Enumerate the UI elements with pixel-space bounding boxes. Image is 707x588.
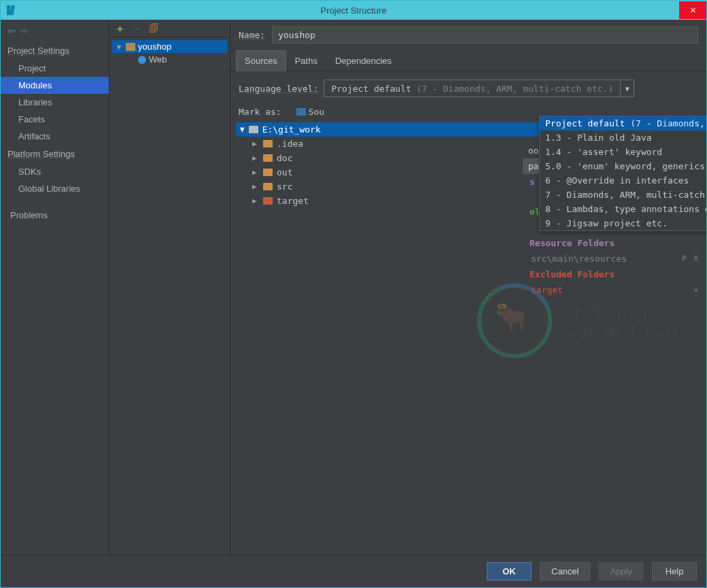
module-child-label: Web — [149, 54, 167, 65]
window-title: Project Structure — [321, 5, 387, 16]
section-platform-settings: Platform Settings — [1, 145, 109, 163]
folder-blue-icon — [296, 108, 306, 116]
close-icon: ✕ — [690, 6, 696, 15]
tab-dependencies[interactable]: Dependencies — [326, 50, 400, 71]
app-icon — [5, 3, 18, 17]
row-actions[interactable]: ✕ — [693, 286, 700, 294]
settings-sidebar: ⇦ ⇨ Project Settings Project Modules Lib… — [1, 20, 109, 555]
copy-icon[interactable]: 🗐 — [149, 23, 159, 33]
sidebar-item-modules[interactable]: Modules — [1, 77, 109, 94]
dropdown-option[interactable]: 7 - Diamonds, ARM, multi-catch etc. — [540, 188, 707, 202]
apply-button[interactable]: Apply — [598, 562, 644, 581]
tab-sources[interactable]: Sources — [236, 50, 286, 71]
module-root[interactable]: ▼ youshop — [112, 40, 227, 53]
nav-back-icon[interactable]: ⇦ — [7, 25, 16, 36]
svg-rect-1 — [10, 5, 15, 15]
option-text: 6 - @Override in interfaces — [545, 175, 689, 186]
option-detail: (7 - Diamonds, ARM, multi-catch etc.) — [630, 118, 707, 128]
option-text: 1.3 - Plain old Java — [545, 133, 652, 143]
section-project-settings: Project Settings — [1, 41, 109, 60]
svg-rect-0 — [7, 5, 10, 15]
dir-label: doc — [277, 153, 292, 163]
combo-selected-detail: (7 - Diamonds, ARM, multi-catch etc.) — [417, 84, 614, 94]
source-folders-label: s — [530, 177, 535, 187]
expand-arrow-icon: ▼ — [115, 43, 123, 51]
folder-icon — [263, 154, 273, 162]
sidebar-item-project[interactable]: Project — [1, 60, 109, 77]
option-text: Project default — [545, 118, 625, 128]
folder-icon — [263, 183, 273, 190]
expand-arrow-icon: ▼ — [240, 125, 245, 134]
module-folder-icon — [126, 43, 135, 51]
dropdown-option[interactable]: 1.4 - 'assert' keyword — [540, 145, 707, 159]
window-close-button[interactable]: ✕ — [679, 1, 706, 19]
resource-folders-label: Resource Folders — [530, 238, 615, 248]
help-button[interactable]: Help — [652, 562, 697, 581]
remove-icon[interactable]: － — [132, 23, 142, 33]
module-tree-column: ＋ － 🗐 ▼ youshop Web — [109, 20, 230, 555]
sidebar-item-global-libraries[interactable]: Global Libraries — [1, 180, 109, 197]
option-text: 5.0 - 'enum' keyword, generics, autoboxi… — [545, 161, 707, 171]
dropdown-option[interactable]: 6 - @Override in interfaces — [540, 173, 707, 188]
resource-folder-value: src\main\resources — [530, 254, 627, 264]
row-actions[interactable]: P X — [682, 254, 700, 263]
dropdown-option[interactable]: 5.0 - 'enum' keyword, generics, autoboxi… — [540, 159, 707, 173]
mark-sources-label: Sou — [309, 107, 324, 117]
ok-button[interactable]: OK — [487, 562, 532, 581]
excluded-folder-value: target — [530, 285, 563, 295]
dropdown-option[interactable]: 9 - Jigsaw project etc. — [540, 216, 707, 230]
option-text: 1.4 - 'assert' keyword — [545, 147, 662, 157]
dialog-buttons: OK Cancel Apply Help — [1, 555, 706, 587]
module-tabs: Sources Paths Dependencies — [230, 50, 706, 71]
watermark-cn: 小牛知识库 — [566, 301, 681, 329]
module-root-label: youshop — [138, 41, 171, 52]
main-panel: Name: Sources Paths Dependencies Languag… — [230, 20, 706, 555]
dir-label: src — [277, 181, 292, 192]
language-level-combo[interactable]: Project default (7 - Diamonds, ARM, mult… — [324, 80, 634, 97]
cancel-button[interactable]: Cancel — [540, 562, 590, 581]
language-level-label: Language level: — [239, 84, 318, 94]
dir-label: out — [277, 167, 292, 177]
add-icon[interactable]: ＋ — [115, 23, 125, 33]
tab-paths[interactable]: Paths — [286, 50, 326, 71]
sidebar-item-problems[interactable]: Problems — [1, 207, 109, 224]
combo-selected-prefix: Project default — [331, 84, 411, 94]
mark-as-label: Mark as: — [239, 107, 281, 117]
dropdown-option[interactable]: Project default (7 - Diamonds, ARM, mult… — [540, 116, 707, 131]
sidebar-item-libraries[interactable]: Libraries — [1, 94, 109, 111]
watermark-en: XIAO NIU ZHI SHI KU — [568, 328, 695, 347]
dir-label: target — [277, 196, 309, 206]
nav-forward-icon[interactable]: ⇨ — [20, 25, 28, 36]
option-text: 8 - Lambdas, type annotations etc. — [545, 204, 707, 214]
mark-sources-button[interactable]: Sou — [294, 105, 327, 118]
sidebar-item-facets[interactable]: Facets — [1, 111, 109, 128]
titlebar: Project Structure ✕ — [1, 1, 706, 20]
content-root-path: E:\git_work — [262, 124, 321, 135]
chevron-down-icon[interactable]: ▼ — [620, 80, 634, 97]
option-text: 9 - Jigsaw project etc. — [545, 218, 668, 228]
module-child-web[interactable]: Web — [112, 53, 227, 66]
module-name-input[interactable] — [272, 27, 698, 44]
folder-icon — [263, 169, 273, 176]
directory-icon — [249, 126, 258, 133]
dropdown-option[interactable]: 8 - Lambdas, type annotations etc. — [540, 202, 707, 216]
excluded-folders-label: Excluded Folders — [530, 269, 615, 279]
sidebar-item-sdks[interactable]: SDKs — [1, 163, 109, 180]
option-text: 7 - Diamonds, ARM, multi-catch etc. — [545, 190, 707, 200]
web-icon — [138, 56, 146, 64]
sidebar-item-artifacts[interactable]: Artifacts — [1, 128, 109, 145]
folder-excluded-icon — [263, 197, 273, 205]
language-level-dropdown[interactable]: Project default (7 - Diamonds, ARM, mult… — [539, 116, 707, 231]
dir-label: .idea — [277, 139, 303, 149]
folder-icon — [263, 140, 273, 148]
name-label: Name: — [239, 30, 265, 40]
dropdown-option[interactable]: 1.3 - Plain old Java — [540, 131, 707, 145]
